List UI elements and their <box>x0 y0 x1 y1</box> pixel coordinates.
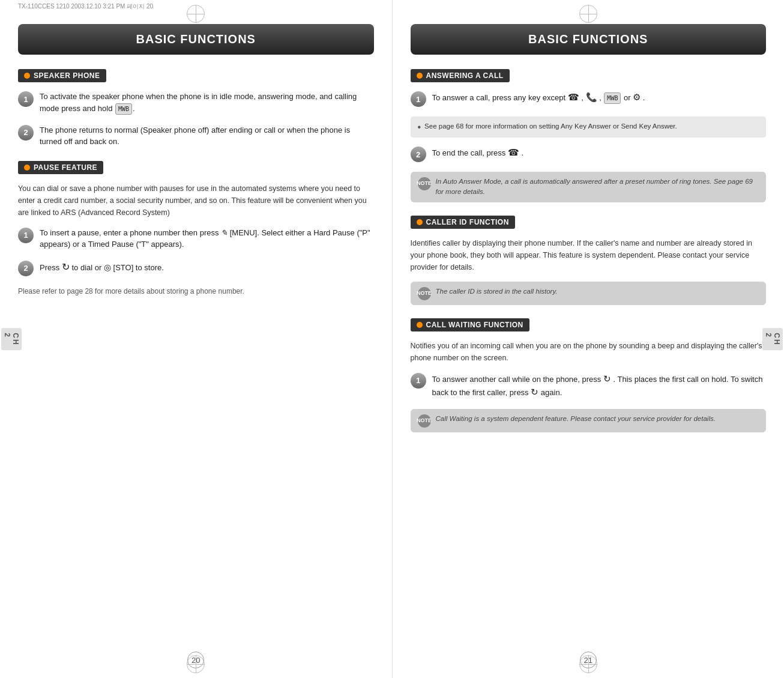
section-dot-2 <box>24 165 30 171</box>
speaker-step-2: 2 The phone returns to normal (Speaker p… <box>18 124 374 148</box>
pause-step-2: 2 Press ↻ to dial or ◎ [STO] to store. <box>18 260 374 276</box>
speaker-phone-section: SPEAKER PHONE 1 To activate the speaker … <box>18 69 374 148</box>
right-header: BASIC FUNCTIONS <box>411 24 767 55</box>
pause-feature-section: PAUSE FEATURE You can dial or save a pho… <box>18 161 374 297</box>
answer-step-2-text: To end the call, press ☎ . <box>432 146 524 160</box>
bullet-icon: • <box>418 121 421 133</box>
answer-step-num-2: 2 <box>411 147 426 162</box>
pause-step-1: 1 To insert a pause, enter a phone numbe… <box>18 227 374 250</box>
pause-step-1-text: To insert a pause, enter a phone number … <box>40 227 374 250</box>
speaker-phone-title: SPEAKER PHONE <box>18 69 106 82</box>
caller-id-note: NOTE The caller ID is stored in the call… <box>411 282 767 305</box>
pause-step-num-1: 1 <box>18 228 34 243</box>
note-icon-3: NOTE <box>418 414 431 428</box>
step-number-1: 1 <box>18 91 34 107</box>
call-waiting-section: CALL WAITING FUNCTION Notifies you of an… <box>411 318 767 432</box>
section-dot-3 <box>417 73 423 79</box>
pause-footer-note: Please refer to page 28 for more details… <box>18 286 374 297</box>
call-waiting-note: NOTE Call Waiting is a system dependent … <box>411 409 767 432</box>
crosshair-right-top <box>579 5 597 23</box>
note-icon-1: NOTE <box>418 177 431 190</box>
pause-step-num-2: 2 <box>18 261 34 276</box>
crosshair-right-bottom <box>579 655 597 673</box>
call-waiting-step-1-text: To answer another call while on the phon… <box>432 372 767 399</box>
answer-step-num-1: 1 <box>411 91 426 107</box>
pause-feature-title: PAUSE FEATURE <box>18 161 103 174</box>
right-page: BASIC FUNCTIONS ANSWERING A CALL 1 To an… <box>393 0 785 678</box>
caller-id-intro: Identifies caller by displaying their ph… <box>411 237 767 273</box>
ch-label-left: CH2 <box>1 328 22 350</box>
answer-note-icon: NOTE In Auto Answer Mode, a call is auto… <box>411 172 767 202</box>
answer-step-1-text: To answer a call, press any key except ☎… <box>432 91 645 104</box>
page: TX-110CCES 1210 2003.12.10 3:21 PM 페이지 2… <box>0 0 784 678</box>
call-waiting-intro: Notifies you of an incoming call when yo… <box>411 340 767 364</box>
answer-note-bullet: • See page 68 for more information on se… <box>411 117 767 138</box>
speaker-step-1: 1 To activate the speaker phone when the… <box>18 91 374 115</box>
answer-step-2: 2 To end the call, press ☎ . <box>411 146 767 162</box>
call-waiting-step-num-1: 1 <box>411 373 426 389</box>
note-icon-2: NOTE <box>418 287 431 300</box>
left-page: TX-110CCES 1210 2003.12.10 3:21 PM 페이지 2… <box>0 0 393 678</box>
mwb-key: MWB <box>115 103 132 115</box>
caller-id-title: CALLER ID FUNCTION <box>411 216 515 229</box>
ch-label-right: CH2 <box>762 328 783 350</box>
mwb-key-2: MWB <box>604 92 621 104</box>
left-header: BASIC FUNCTIONS <box>18 24 374 55</box>
answering-call-section: ANSWERING A CALL 1 To answer a call, pre… <box>411 69 767 202</box>
step-number-2: 2 <box>18 125 34 141</box>
call-waiting-title: CALL WAITING FUNCTION <box>411 318 529 331</box>
call-waiting-step-1: 1 To answer another call while on the ph… <box>411 372 767 399</box>
section-dot-4 <box>417 219 423 225</box>
crosshair-left-bottom <box>187 655 205 673</box>
pause-intro: You can dial or save a phone number with… <box>18 183 374 219</box>
speaker-step-1-text: To activate the speaker phone when the p… <box>40 91 374 115</box>
pause-step-2-text: Press ↻ to dial or ◎ [STO] to store. <box>40 260 164 274</box>
answering-call-title: ANSWERING A CALL <box>411 69 510 82</box>
print-info: TX-110CCES 1210 2003.12.10 3:21 PM 페이지 2… <box>18 2 153 11</box>
answer-step-1: 1 To answer a call, press any key except… <box>411 91 767 107</box>
speaker-step-2-text: The phone returns to normal (Speaker pho… <box>40 124 374 148</box>
section-dot <box>24 73 30 79</box>
caller-id-section: CALLER ID FUNCTION Identifies caller by … <box>411 216 767 305</box>
section-dot-5 <box>417 322 423 328</box>
crosshair-left-top <box>187 5 205 23</box>
